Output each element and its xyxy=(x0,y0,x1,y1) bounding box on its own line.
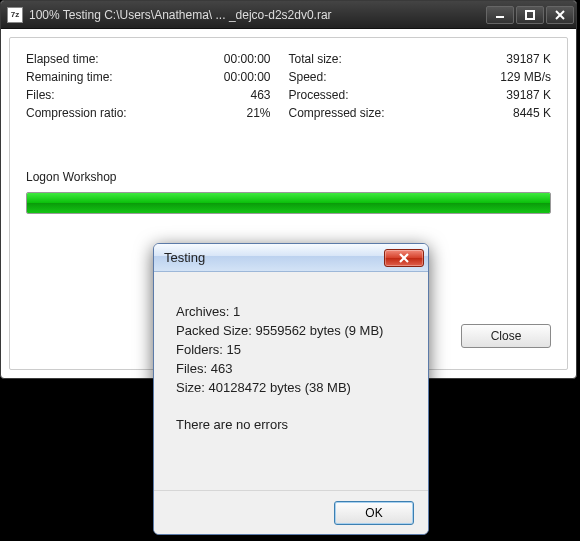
stat-label: Total size: xyxy=(289,50,482,68)
dialog-close-button[interactable] xyxy=(384,249,424,267)
close-main-button[interactable]: Close xyxy=(461,324,551,348)
stat-value: 129 MB/s xyxy=(481,68,551,86)
dialog-title: Testing xyxy=(164,250,384,265)
stat-processed: Processed: 39187 K xyxy=(289,86,552,104)
progress-fill xyxy=(27,193,550,213)
dialog-line-files: Files: 463 xyxy=(176,359,406,378)
stat-files: Files: 463 xyxy=(26,86,289,104)
ok-button[interactable]: OK xyxy=(334,501,414,525)
stat-ratio: Compression ratio: 21% xyxy=(26,104,289,122)
dialog-titlebar[interactable]: Testing xyxy=(154,244,428,272)
stat-label: Processed: xyxy=(289,86,482,104)
close-button[interactable] xyxy=(546,6,574,24)
maximize-button[interactable] xyxy=(516,6,544,24)
window-title: 100% Testing C:\Users\Anathema\ ... _dej… xyxy=(29,8,486,22)
stat-label: Remaining time: xyxy=(26,68,219,86)
stat-value: 00:00:00 xyxy=(219,50,289,68)
result-dialog: Testing Archives: 1 Packed Size: 9559562… xyxy=(153,243,429,535)
titlebar[interactable]: 7z 100% Testing C:\Users\Anathema\ ... _… xyxy=(1,1,576,29)
window-controls xyxy=(486,6,574,24)
stat-label: Speed: xyxy=(289,68,482,86)
stat-value: 39187 K xyxy=(481,50,551,68)
dialog-footer: OK xyxy=(154,490,428,534)
current-file: Logon Workshop xyxy=(26,170,551,184)
dialog-message: There are no errors xyxy=(176,415,406,434)
minimize-button[interactable] xyxy=(486,6,514,24)
stat-label: Elapsed time: xyxy=(26,50,219,68)
stat-value: 463 xyxy=(219,86,289,104)
stat-label: Files: xyxy=(26,86,219,104)
stat-elapsed: Elapsed time: 00:00:00 xyxy=(26,50,289,68)
stat-value: 21% xyxy=(219,104,289,122)
progress-bar xyxy=(26,192,551,214)
stat-total-size: Total size: 39187 K xyxy=(289,50,552,68)
stat-label: Compression ratio: xyxy=(26,104,219,122)
dialog-line-size: Size: 40128472 bytes (38 MB) xyxy=(176,378,406,397)
stat-value: 39187 K xyxy=(481,86,551,104)
stat-speed: Speed: 129 MB/s xyxy=(289,68,552,86)
stats-right: Total size: 39187 K Speed: 129 MB/s Proc… xyxy=(289,50,552,122)
app-icon: 7z xyxy=(7,7,23,23)
dialog-line-packed: Packed Size: 9559562 bytes (9 MB) xyxy=(176,321,406,340)
stat-value: 00:00:00 xyxy=(219,68,289,86)
dialog-body: Archives: 1 Packed Size: 9559562 bytes (… xyxy=(154,272,428,444)
svg-rect-1 xyxy=(526,11,534,19)
stat-remaining: Remaining time: 00:00:00 xyxy=(26,68,289,86)
dialog-line-folders: Folders: 15 xyxy=(176,340,406,359)
dialog-line-archives: Archives: 1 xyxy=(176,302,406,321)
stat-value: 8445 K xyxy=(481,104,551,122)
stats-grid: Elapsed time: 00:00:00 Remaining time: 0… xyxy=(26,50,551,122)
stat-compressed: Compressed size: 8445 K xyxy=(289,104,552,122)
stats-left: Elapsed time: 00:00:00 Remaining time: 0… xyxy=(26,50,289,122)
stat-label: Compressed size: xyxy=(289,104,482,122)
